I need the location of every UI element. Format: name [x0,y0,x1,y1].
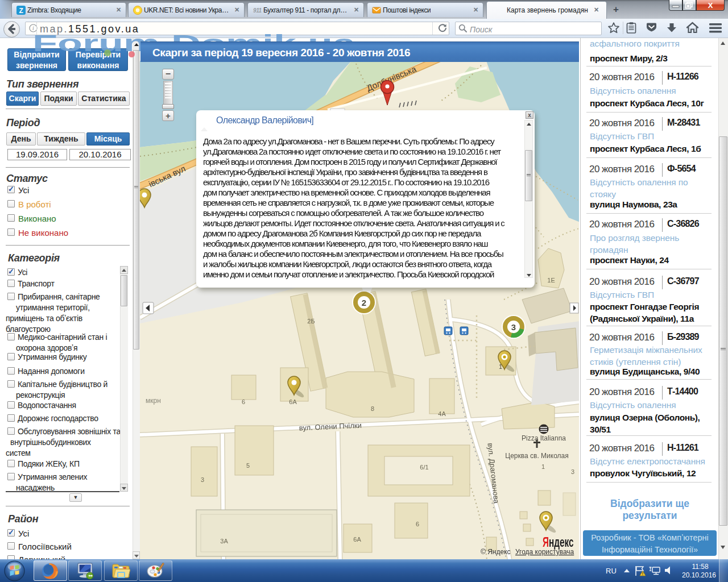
svg-text:Z: Z [19,7,23,15]
svg-text:Pizza Italianna: Pizza Italianna [522,434,566,442]
svg-text:!: ! [642,572,643,576]
svg-text:3: 3 [511,322,516,332]
svg-text:3: 3 [201,476,204,483]
svg-text:6А: 6А [289,398,297,405]
svg-text:1: 1 [541,463,545,470]
svg-text:2: 2 [362,298,366,307]
svg-text:X: X [708,1,713,10]
svg-text:3А: 3А [220,538,228,544]
svg-text:3: 3 [571,468,574,475]
svg-text:8: 8 [371,405,374,412]
svg-text:i: i [32,25,34,31]
svg-text:Угода користувача: Угода користувача [515,548,574,556]
svg-text:1Е: 1Е [547,277,555,284]
svg-text:6: 6 [242,398,245,405]
svg-text:2Б: 2Б [307,318,315,325]
svg-text:Церква св. Миколая: Церква св. Миколая [505,452,568,460]
svg-text:Яндекс: Яндекс [543,535,574,550]
svg-text:5: 5 [246,462,250,469]
svg-text:6: 6 [416,521,419,527]
svg-text:1: 1 [499,363,502,370]
svg-text:911: 911 [253,7,262,14]
svg-text:6/1: 6/1 [420,464,428,471]
svg-text:© Яндекс: © Яндекс [481,548,511,556]
svg-text:6А: 6А [353,536,361,543]
svg-text:мкрн: мкрн [146,397,161,405]
svg-text:4А: 4А [438,410,446,417]
